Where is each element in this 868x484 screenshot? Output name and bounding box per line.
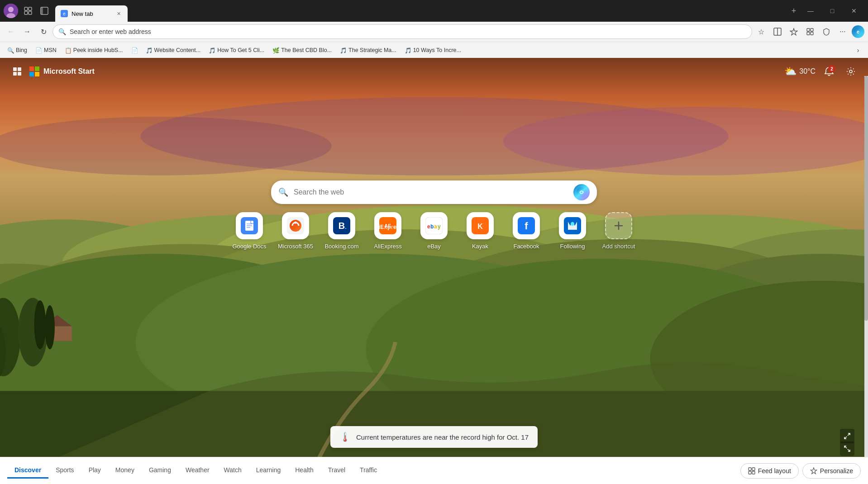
- bookmark-cbd-blog[interactable]: 🌿 The Best CBD Blo...: [269, 44, 335, 56]
- shield-button[interactable]: [819, 24, 834, 39]
- new-tab-button[interactable]: +: [787, 5, 800, 17]
- svg-rect-15: [807, 32, 810, 35]
- website-icon: 🎵: [146, 47, 152, 53]
- bookmark-website-content[interactable]: 🎵 Website Content...: [142, 44, 205, 56]
- shortcut-google-docs[interactable]: Google Docs: [229, 212, 270, 250]
- tab-favicon: e: [61, 10, 68, 17]
- ms-logo[interactable]: Microsoft Start: [29, 66, 95, 77]
- bookmark-10ways[interactable]: 🎵 10 Ways To Incre...: [401, 44, 465, 56]
- svg-point-44: [34, 300, 46, 349]
- bookmark-doc1[interactable]: 📄: [128, 44, 141, 56]
- scrollbar-track[interactable]: [864, 76, 868, 484]
- facebook-label: Facebook: [513, 243, 539, 250]
- favorites-button[interactable]: [787, 24, 801, 39]
- feed-layout-button[interactable]: Feed layout: [740, 463, 799, 479]
- bookmarks-more-button[interactable]: ›: [852, 44, 864, 56]
- edge-copilot-button[interactable]: e: [852, 25, 864, 38]
- shortcut-following[interactable]: Following: [552, 212, 593, 250]
- bookmark-bing-label: Bing: [16, 47, 27, 53]
- notification-button[interactable]: 2: [821, 63, 837, 80]
- svg-text:b: b: [430, 223, 434, 230]
- back-button[interactable]: ←: [4, 24, 18, 39]
- svg-rect-59: [247, 225, 252, 226]
- weather-temp: 30°C: [799, 67, 816, 76]
- shortcut-kayak[interactable]: K Kayak: [460, 212, 501, 250]
- shortcut-booking[interactable]: B . Booking.com: [321, 212, 362, 250]
- more-options-button[interactable]: ···: [835, 24, 850, 39]
- svg-rect-13: [807, 28, 810, 31]
- close-button[interactable]: ✕: [844, 4, 864, 18]
- browser-chrome: e New tab ✕ + — □ ✕ ← → ↻ 🔍 Search or en…: [0, 0, 868, 58]
- personalize-button[interactable]: Personalize: [802, 463, 861, 479]
- fullscreen-button[interactable]: [840, 441, 854, 456]
- tab-close-button[interactable]: ✕: [115, 10, 122, 17]
- shortcut-aliexpress[interactable]: AliExpress AE AliExpress: [367, 212, 408, 250]
- title-bar: e New tab ✕ + — □ ✕: [0, 0, 868, 22]
- tab-gaming[interactable]: Gaming: [142, 463, 178, 479]
- tab-weather[interactable]: Weather: [178, 463, 217, 479]
- tab-sports[interactable]: Sports: [48, 463, 81, 479]
- booking-label: Booking.com: [324, 243, 358, 250]
- bookmark-msn[interactable]: 📄 MSN: [32, 44, 60, 56]
- svg-point-54: [849, 70, 852, 73]
- svg-rect-91: [752, 471, 755, 474]
- svg-rect-51: [35, 66, 39, 71]
- favorites-icon[interactable]: ☆: [754, 24, 768, 39]
- shortcut-ms365[interactable]: Microsoft 365: [275, 212, 316, 250]
- weather-widget[interactable]: ⛅ 30°C: [784, 66, 816, 77]
- svg-text:e: e: [427, 223, 430, 230]
- doc1-icon: 📄: [131, 47, 138, 53]
- svg-text:y: y: [438, 223, 441, 230]
- svg-rect-50: [29, 66, 34, 71]
- vertical-tabs-button[interactable]: [37, 4, 52, 18]
- window-controls: — □ ✕: [800, 4, 864, 18]
- tab-group-button[interactable]: [21, 4, 35, 18]
- scrollbar-thumb[interactable]: [864, 76, 868, 321]
- shortcut-facebook[interactable]: f Facebook: [506, 212, 547, 250]
- svg-point-81: [571, 222, 574, 226]
- tab-learning[interactable]: Learning: [249, 463, 288, 479]
- tab-watch[interactable]: Watch: [217, 463, 249, 479]
- svg-rect-49: [18, 72, 21, 76]
- refresh-button[interactable]: ↻: [36, 24, 51, 39]
- nav-actions: ☆: [754, 24, 864, 39]
- feed-tabs: Discover Sports Play Money Gaming Weathe…: [7, 463, 740, 479]
- bookmark-bing[interactable]: 🔍 Bing: [4, 44, 31, 56]
- kayak-icon: K: [467, 212, 494, 239]
- copilot-button[interactable]: [573, 184, 590, 200]
- 10ways-icon: 🎵: [405, 47, 411, 53]
- maximize-button[interactable]: □: [822, 4, 843, 18]
- tab-play[interactable]: Play: [81, 463, 108, 479]
- ebay-label: eBay: [427, 243, 441, 250]
- address-bar[interactable]: 🔍 Search or enter web address: [52, 24, 752, 39]
- shortcut-ebay[interactable]: e b a y eBay: [414, 212, 454, 250]
- bookmark-cli-tips[interactable]: 🎵 How To Get 5 Cli...: [205, 44, 268, 56]
- minimize-button[interactable]: —: [800, 4, 821, 18]
- forward-button[interactable]: →: [20, 24, 34, 39]
- collections-button[interactable]: [803, 24, 817, 39]
- aliexpress-icon: AliExpress AE: [374, 212, 401, 239]
- profile-avatar[interactable]: [4, 4, 18, 18]
- split-screen-button[interactable]: [770, 24, 785, 39]
- tab-travel[interactable]: Travel: [321, 463, 353, 479]
- tab-discover[interactable]: Discover: [7, 463, 48, 479]
- strategic-icon: 🎵: [340, 47, 346, 53]
- svg-rect-16: [811, 32, 813, 35]
- svg-rect-89: [752, 468, 755, 470]
- svg-rect-90: [749, 471, 751, 474]
- search-input[interactable]: [294, 188, 573, 196]
- add-shortcut[interactable]: Add shortcut: [598, 212, 639, 250]
- settings-button[interactable]: [843, 63, 859, 80]
- bookmark-hubspot[interactable]: 📋 Peek inside HubS...: [61, 44, 127, 56]
- news-ticker[interactable]: 🌡️ Current temperatures are near the rec…: [330, 426, 538, 448]
- ms-logo-text: Microsoft Start: [43, 67, 95, 76]
- tab-health[interactable]: Health: [288, 463, 320, 479]
- svg-rect-46: [13, 67, 17, 71]
- svg-rect-48: [13, 72, 17, 76]
- bookmark-strategic[interactable]: 🎵 The Strategic Ma...: [336, 44, 400, 56]
- active-tab[interactable]: e New tab ✕: [55, 5, 128, 22]
- search-box[interactable]: 🔍: [271, 180, 597, 204]
- tab-traffic[interactable]: Traffic: [353, 463, 384, 479]
- ms-apps-button[interactable]: [9, 63, 25, 80]
- tab-money[interactable]: Money: [108, 463, 142, 479]
